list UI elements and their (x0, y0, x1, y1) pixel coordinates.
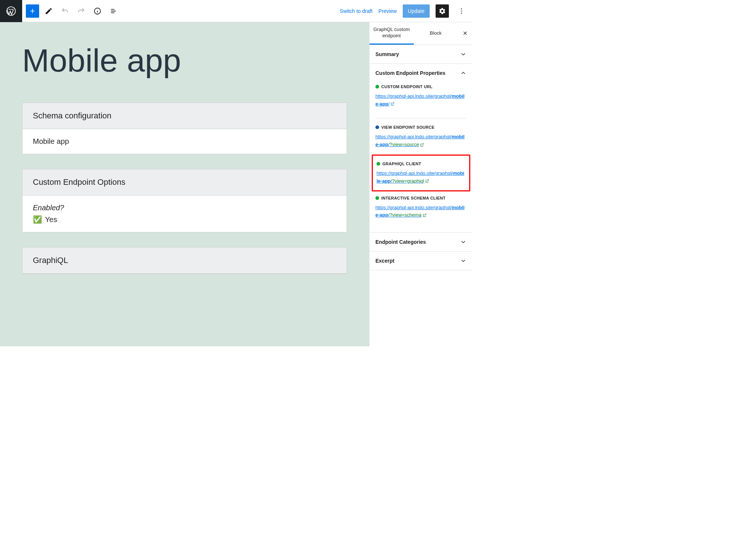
external-link-icon (425, 179, 429, 183)
panel-endpoint-properties: Custom Endpoint Properties CUSTOM ENDPOI… (370, 64, 472, 233)
workspace: Mobile app Schema configuration Mobile a… (0, 22, 472, 346)
undo-button[interactable] (58, 4, 72, 18)
redo-button[interactable] (75, 4, 88, 18)
schema-client-link[interactable]: https://graphql-api.lndo.site/graphql/mo… (375, 204, 467, 219)
toolbar-left-group (22, 4, 120, 18)
panel-summary-header[interactable]: Summary (370, 45, 472, 63)
panel-categories-header[interactable]: Endpoint Categories (370, 233, 472, 251)
panel-title: Summary (375, 51, 399, 57)
status-dot-icon (377, 162, 380, 166)
panel-summary: Summary (370, 45, 472, 64)
block-heading: Custom Endpoint Options (23, 169, 347, 195)
block-heading: Schema configuration (23, 103, 347, 129)
external-link-icon (420, 143, 424, 147)
toolbar-right-group: Switch to draft Preview Update (340, 4, 472, 18)
svg-point-3 (461, 10, 462, 11)
view-source-link[interactable]: https://graphql-api.lndo.site/graphql/mo… (375, 133, 467, 149)
panel-props-header[interactable]: Custom Endpoint Properties (370, 64, 472, 82)
enabled-label: Enabled? (33, 204, 336, 212)
chevron-up-icon (460, 70, 467, 76)
prop-label: CUSTOM ENDPOINT URL (381, 84, 433, 89)
undo-icon (61, 7, 69, 15)
list-icon (110, 7, 118, 15)
prop-title: INTERACTIVE SCHEMA CLIENT (375, 196, 467, 200)
prop-custom-url: CUSTOM ENDPOINT URL https://graphql-api.… (375, 82, 467, 114)
settings-sidebar: GraphQL custom endpoint Block Summary Cu… (369, 22, 472, 346)
schema-configuration-block[interactable]: Schema configuration Mobile app (22, 103, 347, 154)
tab-block[interactable]: Block (414, 26, 458, 41)
chevron-down-icon (460, 239, 467, 245)
prop-label: VIEW ENDPOINT SOURCE (381, 125, 434, 129)
prop-graphiql-client: GRAPHIQL CLIENT https://graphql-api.lndo… (377, 159, 465, 185)
update-button[interactable]: Update (403, 4, 430, 18)
sidebar-tabs: GraphQL custom endpoint Block (370, 22, 472, 45)
tab-graphql-endpoint[interactable]: GraphQL custom endpoint (370, 22, 414, 45)
divider (375, 118, 467, 118)
highlighted-graphiql-section: GRAPHIQL CLIENT https://graphql-api.lndo… (372, 155, 470, 191)
status-dot-icon (375, 85, 379, 89)
info-button[interactable] (91, 4, 104, 18)
graphiql-client-link[interactable]: https://graphql-api.lndo.site/graphql/mo… (377, 170, 465, 185)
more-options-button[interactable] (455, 4, 468, 18)
switch-to-draft-button[interactable]: Switch to draft (340, 8, 372, 14)
settings-button[interactable] (436, 4, 449, 18)
kebab-icon (458, 7, 465, 15)
close-sidebar-button[interactable] (458, 30, 472, 36)
external-link-icon (390, 102, 395, 106)
panel-title: Excerpt (375, 258, 394, 264)
info-icon (93, 7, 102, 15)
close-icon (462, 30, 468, 36)
panel-endpoint-categories: Endpoint Categories (370, 233, 472, 252)
enabled-value-row: ✅ Yes (33, 215, 336, 224)
panel-props-body: CUSTOM ENDPOINT URL https://graphql-api.… (370, 82, 472, 232)
wordpress-icon (6, 6, 16, 16)
chevron-down-icon (460, 257, 467, 264)
external-link-icon (422, 213, 427, 218)
prop-label: INTERACTIVE SCHEMA CLIENT (381, 196, 446, 200)
check-icon: ✅ (33, 215, 42, 224)
panel-title: Endpoint Categories (375, 239, 426, 245)
status-dot-icon (375, 125, 379, 129)
top-toolbar: Switch to draft Preview Update (0, 0, 472, 22)
redo-icon (77, 7, 85, 15)
edit-mode-button[interactable] (42, 4, 55, 18)
block-body: Enabled? ✅ Yes (23, 195, 347, 232)
block-body: Mobile app (23, 129, 347, 154)
gear-icon (439, 7, 446, 15)
prop-title: VIEW ENDPOINT SOURCE (375, 125, 467, 129)
prop-view-source: VIEW ENDPOINT SOURCE https://graphql-api… (375, 123, 467, 155)
editor-canvas[interactable]: Mobile app Schema configuration Mobile a… (0, 22, 369, 346)
panel-excerpt: Excerpt (370, 252, 472, 270)
prop-label: GRAPHIQL CLIENT (382, 162, 421, 166)
page-title[interactable]: Mobile app (22, 44, 347, 77)
endpoint-options-block[interactable]: Custom Endpoint Options Enabled? ✅ Yes (22, 169, 347, 232)
chevron-down-icon (460, 51, 467, 58)
panel-excerpt-header[interactable]: Excerpt (370, 252, 472, 270)
svg-point-4 (461, 13, 462, 14)
preview-button[interactable]: Preview (378, 8, 397, 14)
enabled-value: Yes (45, 215, 57, 224)
status-dot-icon (375, 196, 379, 200)
panel-title: Custom Endpoint Properties (375, 70, 446, 76)
endpoint-url-link[interactable]: https://graphql-api.lndo.site/graphql/mo… (375, 93, 467, 108)
add-block-button[interactable] (26, 4, 39, 18)
prop-title: GRAPHIQL CLIENT (377, 162, 465, 166)
wordpress-logo[interactable] (0, 0, 22, 22)
graphiql-block[interactable]: GraphiQL (22, 247, 347, 274)
outline-button[interactable] (107, 4, 120, 18)
prop-schema-client: INTERACTIVE SCHEMA CLIENT https://graphq… (375, 194, 467, 225)
svg-point-2 (461, 8, 462, 9)
pencil-icon (45, 7, 53, 15)
block-heading: GraphiQL (23, 247, 347, 274)
prop-title: CUSTOM ENDPOINT URL (375, 84, 467, 89)
plus-icon (29, 7, 36, 15)
